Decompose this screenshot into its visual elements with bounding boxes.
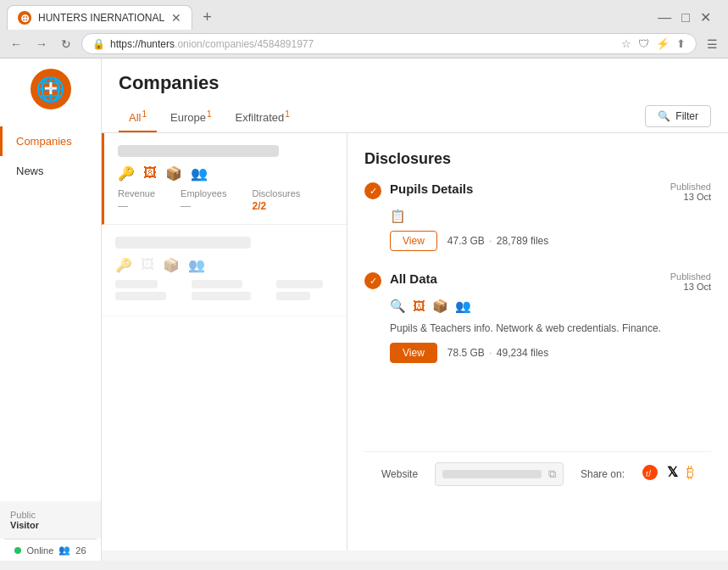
new-tab-button[interactable]: +: [196, 5, 219, 30]
main-content: Companies All1 Europe1 Exfiltrated1 🔍 Fi…: [102, 59, 728, 561]
toolbar-icons: ☰: [703, 37, 721, 51]
reload-button[interactable]: ↻: [58, 36, 75, 53]
content-body: 🔑 🖼 📦 👥 Revenue — Employees —: [102, 133, 728, 550]
disclosure-name-2: All Data: [390, 271, 643, 286]
sidebar: 🌐 ✛ Companies News Public Visitor Online…: [0, 59, 102, 561]
disclosures-panel: Disclosures ✓ Pupils Details Published 1…: [347, 133, 728, 550]
sidebar-item-news[interactable]: News: [0, 156, 101, 186]
company-stats: Revenue — Employees — Disclosures 2/2: [118, 188, 333, 212]
archive-icon-2: 📦: [163, 257, 180, 273]
company-card-2-icons: 🔑 🖼 📦 👥: [115, 257, 333, 273]
people-icon-2: 👥: [188, 257, 205, 273]
employees-stat-2: [192, 280, 251, 304]
online-label: Online: [26, 545, 53, 556]
disclosure-item-1: ✓ Pupils Details Published 13 Oct 📋 View: [364, 182, 711, 251]
x-twitter-icon[interactable]: 𝕏: [667, 464, 678, 485]
filter-button[interactable]: 🔍 Filter: [645, 105, 711, 127]
tab-all[interactable]: All1: [119, 103, 157, 132]
back-button[interactable]: ←: [7, 36, 25, 53]
view-button-2[interactable]: View: [390, 343, 437, 363]
svg-text:r/: r/: [646, 469, 651, 478]
share-browser-icon[interactable]: ⬆: [676, 37, 686, 50]
companies-header: Companies All1 Europe1 Exfiltrated1 🔍 Fi…: [102, 59, 728, 133]
user-role: Public: [10, 510, 91, 520]
file-size-1: 47.3 GB · 28,789 files: [447, 235, 548, 247]
reddit-icon[interactable]: r/: [642, 464, 659, 485]
disclosure-icons-2: 🔍 🖼 📦 👥: [390, 299, 711, 314]
star-icon[interactable]: ☆: [621, 37, 631, 50]
app-logo: 🌐 ✛: [31, 69, 71, 109]
company-card-2[interactable]: 🔑 🖼 📦 👥: [102, 225, 347, 316]
website-url-text: [442, 470, 542, 478]
company-card-1[interactable]: 🔑 🖼 📦 👥 Revenue — Employees —: [102, 133, 347, 225]
menu-icon[interactable]: ☰: [707, 37, 718, 51]
copy-icon[interactable]: ⧉: [548, 467, 556, 481]
share-label: Share on:: [581, 468, 625, 480]
shield-icon[interactable]: 🛡: [638, 37, 649, 50]
sidebar-footer: Public Visitor: [0, 501, 101, 539]
app-layout: 🌐 ✛ Companies News Public Visitor Online…: [0, 59, 728, 561]
view-button-1[interactable]: View: [390, 231, 437, 251]
maximize-icon[interactable]: □: [681, 10, 690, 25]
disclosure-header-2: ✓ All Data Published 13 Oct: [364, 271, 711, 292]
archive-icon: 📦: [165, 165, 182, 182]
online-status: Online 👥 26: [4, 539, 96, 561]
search-icon: 🔍: [390, 299, 406, 314]
address-bar-row: ← → ↻ 🔒 https://hunters.onion/companies/…: [0, 30, 728, 58]
active-tab[interactable]: ⊕ HUNTERS INERNATIONAL ✕: [7, 5, 192, 30]
minimize-icon[interactable]: ―: [658, 10, 671, 25]
tab-row: All1 Europe1 Exfiltrated1 🔍 Filter: [119, 103, 711, 132]
address-bar-icons: ☆ 🛡 ⚡ ⬆: [621, 37, 686, 50]
sidebar-item-companies[interactable]: Companies: [0, 126, 101, 156]
disclosures-stat: Disclosures 2/2: [252, 188, 300, 212]
panel-footer: Website ⧉ Share on: r/ 𝕏: [364, 451, 711, 496]
share-icons: r/ 𝕏 ₿: [642, 464, 694, 485]
browser-chrome: ⊕ HUNTERS INERNATIONAL ✕ + ― □ ✕ ← → ↻ 🔒…: [0, 0, 728, 59]
address-bar[interactable]: 🔒 https://hunters.onion/companies/458489…: [81, 33, 697, 54]
content-spacer: [364, 383, 711, 451]
key-icon: 🔑: [118, 165, 135, 182]
image-icon-2: 🖼: [141, 257, 154, 273]
disclosure-date-2: Published 13 Oct: [652, 271, 711, 292]
username: Visitor: [10, 520, 91, 530]
website-url-bar: ⧉: [435, 462, 564, 486]
tab-bar: ⊕ HUNTERS INERNATIONAL ✕ + ― □ ✕: [0, 0, 728, 30]
disclosure-actions-1: View 47.3 GB · 28,789 files: [390, 231, 711, 251]
cross-icon: ✛: [44, 80, 57, 98]
extensions-icon[interactable]: ⚡: [656, 37, 670, 50]
disclosure-item-2: ✓ All Data Published 13 Oct 🔍 🖼 📦 👥 Pup: [364, 271, 711, 363]
tab-europe[interactable]: Europe1: [160, 103, 221, 132]
filter-area: 🔍 Filter: [645, 105, 711, 131]
check-icon-1: ✓: [364, 182, 381, 199]
company-card-icons: 🔑 🖼 📦 👥: [118, 165, 333, 182]
close-icon[interactable]: ✕: [700, 9, 711, 25]
people-icon: 👥: [58, 545, 70, 556]
tab-exfiltrated[interactable]: Exfiltrated1: [225, 103, 300, 132]
key-icon-2: 🔑: [115, 257, 132, 273]
image-icon: 🖼: [143, 165, 157, 182]
doc-icon: 📋: [390, 209, 406, 224]
revenue-stat-2: [115, 280, 166, 304]
window-controls: ― □ ✕: [647, 6, 721, 29]
website-label: Website: [381, 468, 418, 480]
company-2-stats: [115, 280, 333, 304]
disclosure-date-1: Published 13 Oct: [652, 182, 711, 202]
disclosure-description-2: Pupils & Teachers info. Network & web cr…: [390, 321, 711, 336]
employees-stat: Employees —: [181, 188, 226, 212]
search-icon: 🔍: [658, 110, 670, 122]
bitcoin-icon[interactable]: ₿: [686, 464, 694, 485]
disclosure-actions-2: View 78.5 GB · 49,234 files: [390, 343, 711, 363]
tab-favicon: ⊕: [18, 11, 31, 25]
check-icon-2: ✓: [364, 272, 381, 289]
file-size-2: 78.5 GB · 49,234 files: [447, 347, 548, 359]
archive-icon: 📦: [432, 299, 448, 314]
online-indicator: [14, 547, 21, 554]
security-indicator: 🔒: [92, 38, 105, 50]
tab-close-button[interactable]: ✕: [171, 12, 181, 24]
forward-button[interactable]: →: [32, 36, 51, 53]
page-title: Companies: [119, 72, 711, 94]
img-icon: 🖼: [413, 299, 425, 314]
disclosures-title: Disclosures: [364, 150, 711, 168]
online-count: 26: [75, 545, 86, 556]
disclosure-header-1: ✓ Pupils Details Published 13 Oct: [364, 182, 711, 202]
